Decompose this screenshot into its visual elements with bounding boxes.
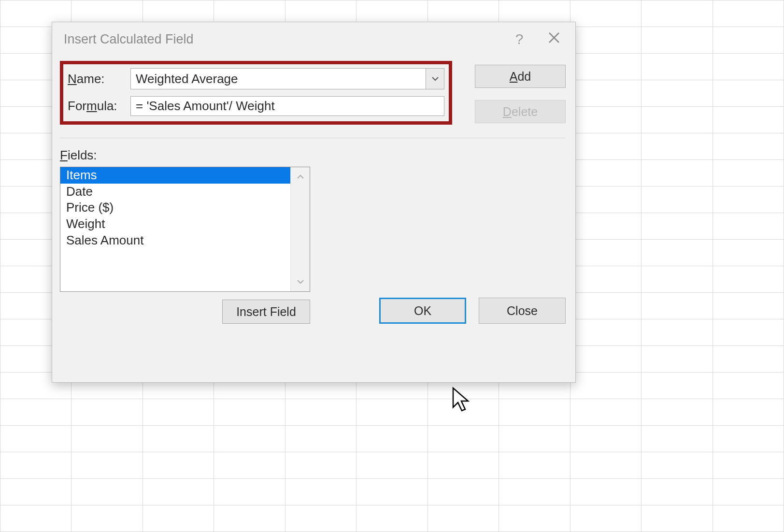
formula-input[interactable] [130, 96, 444, 116]
close-button[interactable]: Close [479, 298, 566, 324]
name-label: Name: [68, 72, 130, 86]
divider [60, 138, 566, 138]
scroll-down-icon[interactable] [291, 272, 310, 291]
delete-button: Delete [475, 100, 566, 123]
list-item[interactable]: Weight [60, 216, 290, 232]
list-item[interactable]: Price ($) [60, 200, 290, 216]
ok-button[interactable]: OK [379, 298, 466, 324]
listbox-scrollbar[interactable] [290, 167, 310, 291]
name-dropdown-button[interactable] [426, 68, 444, 89]
insert-field-button[interactable]: Insert Field [222, 300, 310, 324]
name-formula-highlight: Name: Formula: [60, 61, 452, 125]
name-input[interactable] [130, 68, 426, 89]
help-icon[interactable]: ? [502, 31, 537, 47]
insert-calculated-field-dialog: Insert Calculated Field ? Name: Formula: [52, 22, 576, 383]
fields-listbox[interactable]: ItemsDatePrice ($)WeightSales Amount [60, 167, 310, 292]
fields-label: Fields: [60, 148, 566, 163]
close-icon[interactable] [537, 31, 571, 47]
scroll-up-icon[interactable] [291, 167, 310, 187]
list-item[interactable]: Items [60, 167, 290, 184]
list-item[interactable]: Date [60, 184, 290, 200]
dialog-title: Insert Calculated Field [64, 32, 502, 47]
list-item[interactable]: Sales Amount [60, 232, 290, 249]
dialog-titlebar: Insert Calculated Field ? [52, 22, 575, 56]
add-button[interactable]: Add [475, 65, 566, 88]
formula-label: Formula: [68, 99, 130, 114]
